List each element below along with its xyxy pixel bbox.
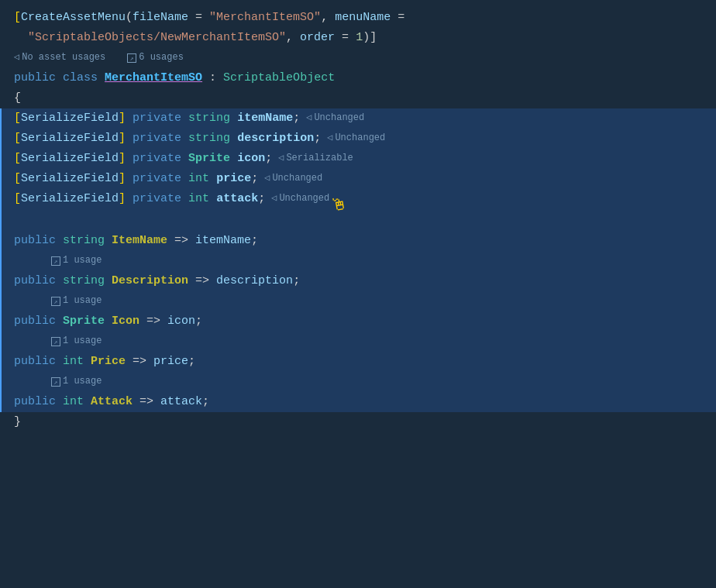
hint-icon-price: ◁ <box>264 171 270 186</box>
prop-itemname: public string ItemName => itemName ; <box>0 231 716 251</box>
hint-icon-unchanged-desc: ◁ <box>327 131 332 146</box>
line-1: [CreateAssetMenu(fileName = "MerchantIte… <box>0 8 716 28</box>
hints-bar: ◁ No asset usages ↗ 6 usages <box>0 48 716 68</box>
keyword-public: public <box>14 69 56 88</box>
class-name: MerchantItemSO <box>105 69 202 88</box>
field-itemname: [SerializeField] private string itemName… <box>0 108 716 129</box>
usage-icon-itemname: ↗ <box>51 256 60 266</box>
usage-hint-itemname: ↗ 1 usage <box>51 253 102 268</box>
usage-icon-icon: ↗ <box>51 337 60 346</box>
hint-unchanged-price: ◁ Unchanged <box>264 171 322 186</box>
prop-attack: public int Attack => attack ; <box>0 392 716 412</box>
prop-name-price: Price <box>91 352 126 371</box>
usage-label-itemname: 1 usage <box>63 253 102 268</box>
prop-description: public string Description => description… <box>0 271 716 291</box>
usages-hint: ↗ 6 usages <box>127 50 184 65</box>
base-class: ScriptableObject <box>223 69 335 88</box>
prop-backing-price: price <box>153 352 188 371</box>
hint-label-description: Unchanged <box>335 131 385 146</box>
hint-unchanged-attack: ◁ Unchanged <box>271 191 329 206</box>
hint-unchanged-description: ◁ Unchanged <box>327 131 385 146</box>
hint-icon-serializable: ◁ <box>278 151 284 166</box>
hint-label-icon: Serializable <box>286 151 353 166</box>
prop-name-attack: Attack <box>91 393 133 411</box>
usage-hint-icon: ↗ 1 usage <box>51 334 102 349</box>
usage-hint-price: ↗ 1 usage <box>51 374 102 389</box>
no-asset-icon: ◁ <box>14 50 19 65</box>
bracket-open: [ <box>14 9 21 27</box>
field-name-attack: attack <box>216 190 258 208</box>
brace-close: } <box>0 412 716 432</box>
no-asset-hint: ◁ No asset usages <box>14 50 105 65</box>
field-price: [SerializeField] private int price ; ◁ U… <box>0 169 716 189</box>
field-name-description: description <box>237 129 314 148</box>
usage-label-icon: 1 usage <box>63 334 102 349</box>
prop-name-itemname: ItemName <box>112 232 167 250</box>
code-editor: [CreateAssetMenu(fileName = "MerchantIte… <box>0 0 716 440</box>
hint-label-attack: Unchanged <box>279 191 329 206</box>
prop-backing-attack: attack <box>160 393 202 411</box>
brace-open: { <box>0 88 716 108</box>
field-name-itemname: itemName <box>237 109 293 128</box>
field-icon: [SerializeField] private Sprite icon ; ◁… <box>0 149 716 169</box>
prop-backing-icon: icon <box>167 312 195 331</box>
type-string: string <box>188 109 230 128</box>
keyword-private: private <box>133 109 181 128</box>
usage-itemname: ↗ 1 usage <box>0 251 716 271</box>
hint-icon-attack: ◁ <box>271 191 277 206</box>
hint-unchanged-itemname: ◁ Unchanged <box>306 111 364 126</box>
usage-icon-price: ↗ <box>51 377 60 387</box>
usages-label: 6 usages <box>139 50 184 65</box>
hint-label-price: Unchanged <box>272 171 322 186</box>
usage-hint-description: ↗ 1 usage <box>51 294 102 308</box>
field-name-icon: icon <box>237 150 265 168</box>
no-asset-label: No asset usages <box>22 50 105 65</box>
hint-serializable-icon: ◁ Serializable <box>278 151 353 166</box>
usage-label-description: 1 usage <box>63 294 102 308</box>
line-2: "ScriptableObjects/NewMerchantItemSO", o… <box>0 28 716 48</box>
blank-line <box>0 209 716 231</box>
class-declaration: public class MerchantItemSO : Scriptable… <box>0 68 716 88</box>
usage-description: ↗ 1 usage <box>0 291 716 311</box>
usage-icon: ↗ 1 usage <box>0 332 716 352</box>
usages-icon: ↗ <box>127 53 136 63</box>
hint-label-itemname: Unchanged <box>314 111 364 126</box>
keyword-class: class <box>63 69 98 88</box>
type-int-attack: int <box>188 190 209 208</box>
type-sprite: Sprite <box>188 150 230 168</box>
field-name-price: price <box>216 170 251 188</box>
prop-name-icon: Icon <box>112 312 139 331</box>
prop-name-description: Description <box>112 272 188 291</box>
field-description: [SerializeField] private string descript… <box>0 129 716 149</box>
usage-price: ↗ 1 usage <box>0 372 716 392</box>
prop-backing-description: description <box>216 272 293 291</box>
mouse-cursor: 🖱 <box>329 191 350 220</box>
type-int-price: int <box>188 170 209 188</box>
prop-backing-itemname: itemName <box>195 232 251 250</box>
usage-icon-description: ↗ <box>51 297 60 306</box>
prop-icon: public Sprite Icon => icon ; <box>0 311 716 332</box>
prop-price: public int Price => price ; <box>0 352 716 372</box>
usage-label-price: 1 usage <box>63 374 102 389</box>
field-attack: [SerializeField] private int attack ; ◁ … <box>0 189 716 209</box>
attr-name: CreateAssetMenu <box>21 9 126 27</box>
hint-icon-unchanged: ◁ <box>306 111 312 126</box>
